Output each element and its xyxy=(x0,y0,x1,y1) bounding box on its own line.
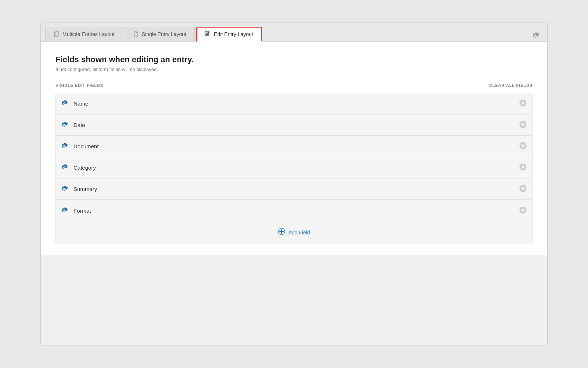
pages-icon xyxy=(54,31,60,37)
tab-multiple-entries-label: Multiple Entries Layout xyxy=(62,31,115,37)
field-name-label: Date xyxy=(74,122,514,128)
table-row: Format xyxy=(56,200,532,221)
field-remove-button[interactable] xyxy=(519,99,527,108)
content-area: Fields shown when editing an entry. If n… xyxy=(41,42,547,255)
table-row: Date xyxy=(56,114,532,136)
field-name-label: Document xyxy=(74,143,514,149)
field-remove-button[interactable] xyxy=(519,206,527,215)
field-remove-button[interactable] xyxy=(519,142,527,151)
fields-container: Name Date xyxy=(55,93,533,244)
field-name-label: Name xyxy=(74,100,514,107)
table-row: Name xyxy=(56,93,532,114)
field-name-label: Format xyxy=(74,208,514,214)
field-settings-icon[interactable] xyxy=(61,163,68,172)
table-row: Category xyxy=(56,157,532,178)
field-settings-icon[interactable] xyxy=(61,184,68,194)
field-settings-icon[interactable] xyxy=(61,120,68,130)
section-header: VISIBLE EDIT FIELDS CLEAR ALL FIELDS xyxy=(55,83,533,88)
page-subtitle: If not configured, all form fields will … xyxy=(55,67,533,72)
tab-single-entry[interactable]: Single Entry Layout xyxy=(125,27,195,41)
field-remove-button[interactable] xyxy=(519,120,527,130)
main-container: Multiple Entries Layout Single Entry Lay… xyxy=(40,22,548,346)
field-settings-icon[interactable] xyxy=(61,206,68,215)
settings-gear-button[interactable] xyxy=(530,29,541,42)
add-field-icon xyxy=(278,228,285,237)
field-rows: Name Date xyxy=(56,93,532,221)
document-icon xyxy=(133,31,139,37)
add-field-label: Add Field xyxy=(288,230,310,236)
table-row: Document xyxy=(56,136,532,157)
field-remove-button[interactable] xyxy=(519,184,527,194)
add-field-row[interactable]: Add Field xyxy=(56,221,532,244)
section-label: VISIBLE EDIT FIELDS xyxy=(55,83,103,88)
field-name-label: Category xyxy=(74,164,514,171)
field-settings-icon[interactable] xyxy=(61,142,68,151)
page-title: Fields shown when editing an entry. xyxy=(55,55,533,64)
tab-edit-entry[interactable]: Edit Entry Layout xyxy=(196,27,262,42)
tab-single-entry-label: Single Entry Layout xyxy=(142,31,186,37)
field-remove-button[interactable] xyxy=(519,163,527,172)
tab-multiple-entries[interactable]: Multiple Entries Layout xyxy=(45,27,123,41)
tab-bar: Multiple Entries Layout Single Entry Lay… xyxy=(41,22,547,42)
pencil-icon xyxy=(205,31,211,37)
field-settings-icon[interactable] xyxy=(61,99,68,108)
tab-edit-entry-label: Edit Entry Layout xyxy=(214,31,253,37)
clear-all-button[interactable]: CLEAR ALL FIELDS xyxy=(489,83,533,88)
field-name-label: Summary xyxy=(74,186,514,192)
svg-rect-1 xyxy=(55,32,59,36)
table-row: Summary xyxy=(56,178,532,200)
